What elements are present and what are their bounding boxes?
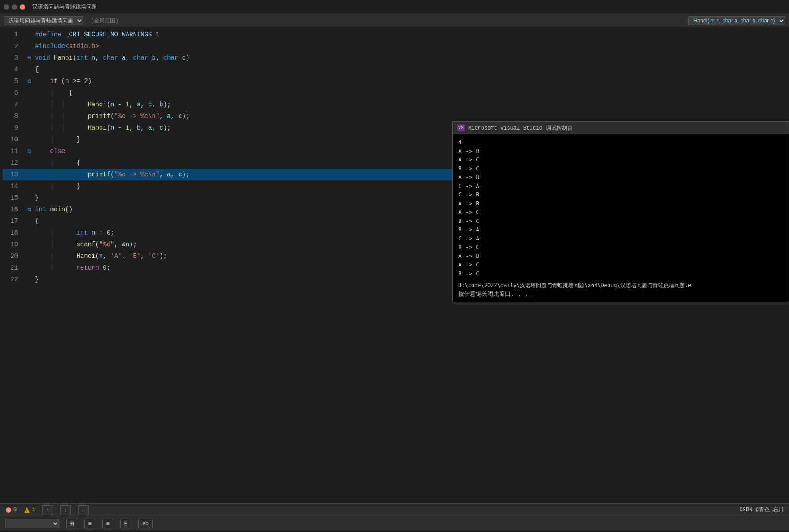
scope-selector[interactable]: 汉诺塔问题与青蛙跳墙问题 <box>4 16 83 25</box>
line-number: 20 <box>3 250 25 262</box>
line-number: 4 <box>3 64 25 75</box>
line-number: 21 <box>3 262 25 274</box>
line-number: 5 <box>3 75 25 87</box>
table-row: 4 { <box>3 64 789 75</box>
table-row: 8 │ │ printf("%c -> %c\n", a, c); <box>3 110 789 122</box>
error-indicator: ✕ 0 <box>5 507 17 513</box>
console-window: VS Microsoft Visual Studio 调试控制台 4 A -> … <box>452 121 789 302</box>
svg-text:!: ! <box>26 509 28 513</box>
console-line: B -> C <box>458 217 783 226</box>
line-number: 8 <box>3 110 25 122</box>
line-number: 7 <box>3 99 25 110</box>
title-bar: 汉诺塔问题与青蛙跳墙问题 <box>0 0 789 14</box>
line-number: 22 <box>3 274 25 285</box>
console-titlebar: VS Microsoft Visual Studio 调试控制台 <box>453 122 789 134</box>
fold-indicator[interactable]: ⊟ <box>25 204 33 215</box>
nav-up-button[interactable]: ↑ <box>42 505 53 515</box>
nav-down-button[interactable]: ↓ <box>60 505 71 515</box>
line-number: 17 <box>3 215 25 227</box>
code-content: void Hanoi(int n, char a, char b, char c… <box>33 52 789 64</box>
line-number: 15 <box>3 192 25 204</box>
console-line: A -> B <box>458 199 783 208</box>
table-row: 6 │ { <box>3 87 789 99</box>
code-content: #include<stdio.h> <box>33 40 789 52</box>
toolbar-btn-4[interactable]: ⊟ <box>120 519 131 528</box>
error-bar: ✕ 0 ! 1 ↑ ↓ ← CSDN @青色_忘川 <box>0 503 789 516</box>
warning-icon: ! <box>24 507 30 513</box>
maximize-icon[interactable] <box>12 4 17 10</box>
line-number: 13 <box>3 169 25 180</box>
top-toolbar: 汉诺塔问题与青蛙跳墙问题 (全局范围) Hanoi(int n, char a,… <box>0 14 789 27</box>
code-content: #define _CRT_SECURE_NO_WARNINGS 1 <box>33 29 789 40</box>
warning-indicator: ! 1 <box>24 507 35 513</box>
main-content: 1 #define _CRT_SECURE_NO_WARNINGS 1 2 #i… <box>0 27 789 503</box>
window-controls[interactable] <box>4 4 25 10</box>
line-number: 14 <box>3 180 25 192</box>
line-number: 1 <box>3 29 25 40</box>
line-number: 12 <box>3 157 25 169</box>
console-line: A -> C <box>458 208 783 217</box>
line-number: 19 <box>3 239 25 250</box>
toolbar-btn-2[interactable]: ≡ <box>84 519 95 528</box>
fold-indicator[interactable]: ⊟ <box>25 75 33 87</box>
line-number: 18 <box>3 227 25 239</box>
fold-indicator[interactable]: ⊟ <box>25 52 33 64</box>
table-row: 7 │ │ Hanoi(n - 1, a, c, b); <box>3 99 789 110</box>
code-content: │ { <box>33 87 789 99</box>
close-icon[interactable] <box>20 4 25 10</box>
console-line: C -> A <box>458 182 783 191</box>
warning-count: 1 <box>32 507 35 513</box>
code-content: │ │ Hanoi(n - 1, a, c, b); <box>33 99 789 110</box>
console-icon: VS <box>457 124 465 131</box>
function-selector[interactable]: Hanoi(int n, char a, char b, char c) <box>688 16 785 25</box>
scope-placeholder: (全局范围) <box>91 17 118 25</box>
minimize-icon[interactable] <box>4 4 9 10</box>
svg-text:✕: ✕ <box>7 508 10 513</box>
console-line: B -> C <box>458 269 783 278</box>
line-number: 10 <box>3 134 25 145</box>
console-line: B -> C <box>458 164 783 173</box>
console-title: Microsoft Visual Studio 调试控制台 <box>468 124 573 132</box>
status-right: CSDN @青色_忘川 <box>740 506 784 514</box>
toolbar-btn-1[interactable]: ⊞ <box>66 519 77 528</box>
bottom-dropdown[interactable] <box>5 519 59 528</box>
console-output: 4 A -> B A -> C B -> C A -> B C -> A C -… <box>453 134 789 302</box>
console-line: C -> A <box>458 234 783 243</box>
console-path: D:\code\2022\daily\汉诺塔问题与青蛙跳墙问题\x64\Debu… <box>458 281 783 289</box>
table-row: 3 ⊟ void Hanoi(int n, char a, char b, ch… <box>3 52 789 64</box>
toolbar-btn-ab[interactable]: ab <box>138 519 153 528</box>
console-line: A -> B <box>458 173 783 182</box>
line-number: 16 <box>3 204 25 215</box>
code-content: if (n >= 2) <box>33 75 789 87</box>
line-number: 9 <box>3 122 25 134</box>
console-line: A -> B <box>458 147 783 156</box>
table-row: 1 #define _CRT_SECURE_NO_WARNINGS 1 <box>3 29 789 40</box>
nav-left-button[interactable]: ← <box>78 505 89 515</box>
line-number: 2 <box>3 40 25 52</box>
line-number: 6 <box>3 87 25 99</box>
console-line: B -> C <box>458 243 783 252</box>
console-line: A -> C <box>458 155 783 164</box>
code-content: │ │ printf("%c -> %c\n", a, c); <box>33 110 789 122</box>
table-row: 5 ⊟ if (n >= 2) <box>3 75 789 87</box>
console-line: A -> B <box>458 252 783 261</box>
line-number: 11 <box>3 145 25 157</box>
fold-indicator[interactable]: ⊟ <box>25 145 33 157</box>
line-number: 3 <box>3 52 25 64</box>
console-press-key: 按任意键关闭此窗口. . ._ <box>458 289 783 298</box>
error-count: 0 <box>13 507 17 513</box>
console-line: 4 <box>458 138 783 147</box>
console-line: A -> C <box>458 260 783 269</box>
code-content: { <box>33 64 789 75</box>
table-row: 2 #include<stdio.h> <box>3 40 789 52</box>
bottom-toolbar: ⊞ ≡ ≡ ⊟ ab <box>0 516 789 530</box>
console-line: B -> A <box>458 225 783 234</box>
window-title: 汉诺塔问题与青蛙跳墙问题 <box>32 3 97 11</box>
toolbar-btn-3[interactable]: ≡ <box>102 519 113 528</box>
error-icon: ✕ <box>5 507 12 513</box>
console-line: C -> B <box>458 190 783 199</box>
